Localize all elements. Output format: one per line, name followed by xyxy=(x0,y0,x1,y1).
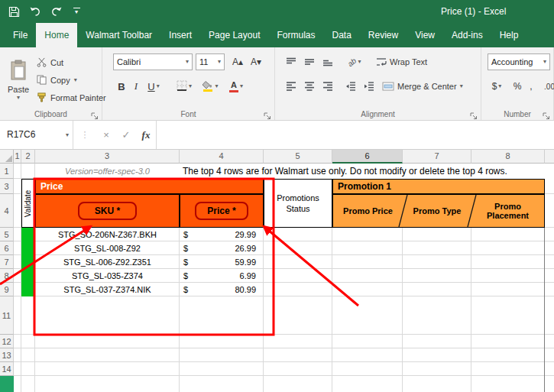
row-header-7[interactable]: 7 xyxy=(0,255,14,269)
column-header-6[interactable]: 6 xyxy=(332,150,403,164)
copy-button[interactable]: Copy ▾ xyxy=(37,73,77,88)
promo-price-header[interactable]: Promo Price xyxy=(332,194,403,228)
cancel-button[interactable]: × xyxy=(96,121,116,149)
sku-cell[interactable]: STG_SL-035-Z374 xyxy=(35,269,180,283)
ribbon-tab-file[interactable]: File xyxy=(5,23,36,47)
row-header-5[interactable]: 5 xyxy=(0,228,14,241)
price-cell[interactable]: $59.99 xyxy=(180,255,264,269)
spreadsheet-grid[interactable]: Version=offer-spec-3.0 The top 4 rows ar… xyxy=(0,150,554,392)
increase-decimal-button[interactable]: .00 xyxy=(539,78,554,95)
column-header-8[interactable]: 8 xyxy=(471,150,545,164)
ribbon-tab-data[interactable]: Data xyxy=(323,23,359,47)
undo-button[interactable] xyxy=(28,4,43,19)
align-middle-button[interactable] xyxy=(301,53,318,70)
column-header-4[interactable]: 4 xyxy=(180,150,264,164)
validate-status-cell[interactable] xyxy=(21,228,35,241)
sku-column-header[interactable]: SKU * xyxy=(35,194,180,228)
number-format-select[interactable]: Accounting ▾ xyxy=(488,53,550,70)
ribbon-tab-review[interactable]: Review xyxy=(360,23,407,47)
row-header-12[interactable]: 12 xyxy=(0,335,14,348)
walmart-note-cell[interactable]: The top 4 rows are for Walmart use only.… xyxy=(180,164,554,179)
font-name-select[interactable]: Calibri ▾ xyxy=(113,53,193,70)
cut-button[interactable]: Cut xyxy=(37,55,63,70)
price-cell[interactable]: $26.99 xyxy=(180,241,264,255)
row-header-11[interactable]: 11 xyxy=(0,296,14,335)
ribbon-tab-page-layout[interactable]: Page Layout xyxy=(200,23,268,47)
clipboard-dialog-launcher[interactable] xyxy=(91,109,99,117)
align-center-button[interactable] xyxy=(301,78,318,95)
validate-status-cell[interactable] xyxy=(21,283,35,296)
ribbon-tab-home[interactable]: Home xyxy=(36,23,77,47)
enter-button[interactable]: ✓ xyxy=(116,121,136,149)
alignment-dialog-launcher[interactable] xyxy=(470,109,478,117)
orientation-button[interactable]: ab ▾ xyxy=(342,53,367,70)
sku-cell[interactable]: STG_SL-006-Z92.Z351 xyxy=(35,255,180,269)
italic-button[interactable]: I xyxy=(130,78,142,95)
row-header-4[interactable]: 4 xyxy=(0,194,14,228)
ribbon-tab-walmart-toolbar[interactable]: Walmart Toolbar xyxy=(77,23,160,47)
sku-cell[interactable]: STG_SL-008-Z92 xyxy=(35,241,180,255)
row-header-9[interactable]: 9 xyxy=(0,283,14,296)
font-dialog-launcher[interactable] xyxy=(264,109,271,117)
ribbon-tab-add-ins[interactable]: Add-ins xyxy=(443,23,491,47)
bold-button[interactable]: B xyxy=(115,78,128,95)
row-header-3[interactable]: 3 xyxy=(0,179,14,194)
align-left-button[interactable] xyxy=(283,78,300,95)
row-header-13[interactable]: 13 xyxy=(0,348,14,362)
column-header-partial[interactable] xyxy=(545,150,554,164)
align-right-button[interactable] xyxy=(319,78,336,95)
row-header-6[interactable]: 6 xyxy=(0,241,14,255)
validate-status-cell[interactable] xyxy=(21,241,35,255)
customize-quick-access-button[interactable]: ▾ xyxy=(69,4,84,19)
align-bottom-button[interactable] xyxy=(319,53,336,70)
column-header-2[interactable]: 2 xyxy=(21,150,35,164)
validate-status-cell[interactable] xyxy=(21,255,35,269)
validate-column-header[interactable]: Validate xyxy=(21,179,35,228)
ribbon-tab-view[interactable]: View xyxy=(407,23,443,47)
redo-button[interactable] xyxy=(49,4,64,19)
promotions-status-header[interactable]: Promotions Status xyxy=(264,179,332,228)
price-column-header[interactable]: Price * xyxy=(180,194,264,228)
price-section-header[interactable]: Price xyxy=(35,179,264,194)
select-all-button[interactable] xyxy=(0,150,14,164)
price-cell[interactable]: $6.99 xyxy=(180,269,264,283)
fill-color-button[interactable]: ▾ xyxy=(199,78,222,95)
comma-style-button[interactable]: , xyxy=(526,78,536,95)
decrease-indent-button[interactable] xyxy=(342,78,359,95)
accounting-format-button[interactable]: $ ▾ xyxy=(488,78,506,95)
row-header-1[interactable]: 1 xyxy=(0,164,14,179)
promo-type-header[interactable]: Promo Type xyxy=(403,194,471,228)
column-header-3[interactable]: 3 xyxy=(35,150,180,164)
row-header-14[interactable]: 14 xyxy=(0,362,14,376)
wrap-text-button[interactable]: Wrap Text xyxy=(376,53,427,70)
number-dialog-launcher[interactable] xyxy=(543,109,550,117)
sku-cell[interactable]: STG_SO-206N-Z367.BKH xyxy=(35,228,180,241)
underline-button[interactable]: U ▾ xyxy=(144,78,164,95)
shrink-font-button[interactable]: A▾ xyxy=(248,53,264,70)
align-top-button[interactable] xyxy=(283,53,300,70)
format-painter-button[interactable]: Format Painter xyxy=(37,90,106,105)
font-color-button[interactable]: A ▾ xyxy=(225,78,248,95)
price-cell[interactable]: $29.99 xyxy=(180,228,264,241)
font-size-select[interactable]: 11 ▾ xyxy=(196,53,225,70)
paste-button[interactable]: Paste ▾ xyxy=(3,50,34,110)
promotion1-section-header[interactable]: Promotion 1 xyxy=(332,179,545,194)
column-header-5[interactable]: 5 xyxy=(264,150,332,164)
merge-center-button[interactable]: Merge & Center ▾ xyxy=(382,78,463,95)
ribbon-tab-insert[interactable]: Insert xyxy=(160,23,200,47)
column-header-7[interactable]: 7 xyxy=(403,150,471,164)
ribbon-tab-help[interactable]: Help xyxy=(491,23,527,47)
borders-button[interactable]: ▾ xyxy=(173,78,196,95)
row-header-8[interactable]: 8 xyxy=(0,269,14,283)
percent-style-button[interactable]: % xyxy=(510,78,524,95)
version-cell[interactable]: Version=offer-spec-3.0 xyxy=(35,164,180,179)
validate-status-cell[interactable] xyxy=(21,269,35,283)
grow-font-button[interactable]: A▴ xyxy=(229,53,246,70)
insert-function-button[interactable]: fx xyxy=(136,121,156,149)
ribbon-tab-formulas[interactable]: Formulas xyxy=(268,23,323,47)
formula-input[interactable] xyxy=(156,121,554,149)
save-button[interactable] xyxy=(6,4,21,19)
price-cell[interactable]: $80.99 xyxy=(180,283,264,296)
name-box[interactable]: R17C6 ▾ xyxy=(0,121,73,149)
column-header-1[interactable]: 1 xyxy=(14,150,21,164)
